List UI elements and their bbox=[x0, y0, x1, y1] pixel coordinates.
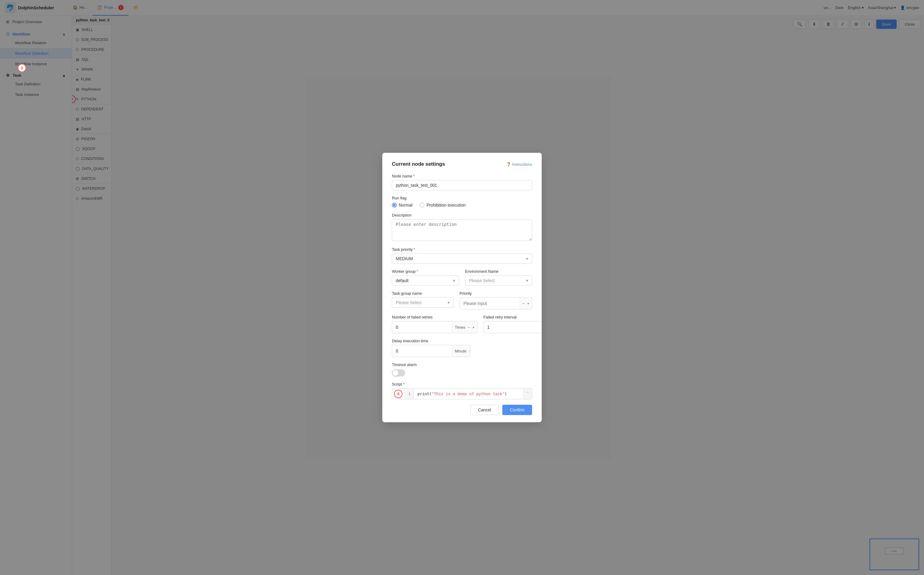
modal-title: Current node settings bbox=[392, 161, 445, 167]
script-required: * bbox=[403, 382, 405, 386]
timeout-toggle[interactable] bbox=[392, 369, 405, 376]
worker-group-label: Worker group * bbox=[392, 269, 459, 274]
priority-input[interactable] bbox=[460, 299, 520, 308]
script-area: 4 1 print("This is a demo of python task… bbox=[392, 388, 532, 399]
run-flag-group: Run flag Normal Prohibition execution bbox=[392, 196, 532, 208]
worker-env-row: Worker group * default ▾ Environment Nam… bbox=[392, 269, 532, 286]
taskgroup-chevron-icon: ▾ bbox=[448, 300, 450, 305]
script-label: Script * bbox=[392, 382, 532, 386]
script-gutter: 1 bbox=[404, 389, 414, 399]
env-chevron-icon: ▾ bbox=[526, 278, 528, 283]
timeout-group: Timeout alarm bbox=[392, 362, 532, 376]
delay-minus[interactable]: − bbox=[469, 349, 470, 353]
toggle-thumb bbox=[392, 370, 398, 376]
question-icon: ❓ bbox=[506, 162, 511, 167]
select-chevron-icon: ▾ bbox=[526, 256, 528, 261]
minus-icon[interactable]: − bbox=[522, 301, 525, 306]
radio-normal-circle bbox=[392, 203, 397, 208]
retry-interval-label: Failed retry interval bbox=[483, 315, 542, 319]
delay-label: Delay execution time bbox=[392, 338, 532, 343]
radio-prohibition-circle bbox=[419, 203, 424, 208]
description-label: Description bbox=[392, 213, 532, 218]
priority-input-wrap: − + bbox=[460, 297, 532, 310]
modal: Current node settings ❓ Instructions Nod… bbox=[382, 153, 542, 422]
task-priority-label: Task priority * bbox=[392, 247, 532, 252]
retries-minus[interactable]: − bbox=[468, 325, 470, 330]
plus-icon[interactable]: + bbox=[527, 301, 529, 306]
radio-group: Normal Prohibition execution bbox=[392, 203, 532, 208]
priority-required: * bbox=[414, 247, 415, 252]
run-flag-label: Run flag bbox=[392, 196, 532, 200]
timeout-label: Timeout alarm bbox=[392, 362, 532, 367]
retries-col: Number of failed retries Times − + bbox=[392, 315, 477, 333]
worker-chevron-icon: ▾ bbox=[453, 278, 455, 283]
task-priority-select[interactable]: MEDIUM ▾ bbox=[392, 254, 532, 264]
delay-wrap: Minute − + bbox=[392, 345, 470, 357]
worker-group-select[interactable]: default ▾ bbox=[392, 275, 459, 286]
task-priority-group: Task priority * MEDIUM ▾ bbox=[392, 247, 532, 264]
delay-input[interactable] bbox=[392, 346, 452, 356]
node-name-group: Node name * bbox=[392, 174, 532, 191]
radio-prohibition[interactable]: Prohibition execution bbox=[419, 203, 465, 208]
modal-footer: Cancel Confirm bbox=[392, 405, 532, 415]
task-group-name-label: Task group name bbox=[392, 291, 454, 295]
modal-header: Current node settings ❓ Instructions bbox=[392, 161, 532, 167]
priority-col: Priority − + bbox=[460, 291, 532, 310]
worker-group-col: Worker group * default ▾ bbox=[392, 269, 459, 286]
priority-stepper: − + bbox=[520, 298, 532, 309]
retries-input[interactable] bbox=[392, 322, 452, 332]
taskgroup-priority-row: Task group name Please Select ▾ Priority… bbox=[392, 291, 532, 310]
overlay[interactable]: 2 Current node settings ❓ Instructions N… bbox=[0, 0, 924, 575]
step-badge-4: 4 bbox=[392, 389, 404, 399]
instructions-link[interactable]: ❓ Instructions bbox=[506, 162, 532, 167]
retry-interval-wrap: Minute − + bbox=[483, 321, 542, 333]
task-group-name-col: Task group name Please Select ▾ bbox=[392, 291, 454, 310]
delay-group: Delay execution time Minute − + bbox=[392, 338, 532, 357]
description-group: Description bbox=[392, 213, 532, 242]
priority-label: Priority bbox=[460, 291, 532, 295]
environment-name-col: Environment Name Please Select ▾ bbox=[465, 269, 532, 286]
retry-interval-input[interactable] bbox=[484, 322, 542, 332]
retries-plus[interactable]: + bbox=[473, 325, 475, 330]
delay-unit: Minute − + bbox=[452, 345, 470, 357]
environment-name-select[interactable]: Please Select ▾ bbox=[465, 275, 532, 286]
node-name-input[interactable] bbox=[392, 180, 532, 191]
retries-label: Number of failed retries bbox=[392, 315, 477, 319]
radio-normal[interactable]: Normal bbox=[392, 203, 412, 208]
script-expand-btn[interactable]: − bbox=[523, 389, 532, 399]
confirm-button[interactable]: Confirm bbox=[502, 405, 532, 415]
step-badge-2: 2 bbox=[18, 64, 26, 72]
task-group-name-select[interactable]: Please Select ▾ bbox=[392, 297, 454, 308]
required-star: * bbox=[413, 174, 414, 178]
cancel-button[interactable]: Cancel bbox=[470, 405, 499, 415]
retries-unit: Times − + bbox=[452, 321, 477, 333]
node-name-label: Node name * bbox=[392, 174, 532, 178]
script-group: Script * 4 1 print("This is a demo of py… bbox=[392, 382, 532, 399]
script-code-area[interactable]: print("This is a demo of python task") bbox=[414, 389, 523, 399]
retries-row: Number of failed retries Times − + Faile… bbox=[392, 315, 532, 333]
description-input[interactable] bbox=[392, 219, 532, 241]
environment-name-label: Environment Name bbox=[465, 269, 532, 274]
worker-required: * bbox=[417, 269, 418, 274]
retries-wrap: Times − + bbox=[392, 321, 477, 333]
retry-interval-col: Failed retry interval Minute − + bbox=[483, 315, 542, 333]
